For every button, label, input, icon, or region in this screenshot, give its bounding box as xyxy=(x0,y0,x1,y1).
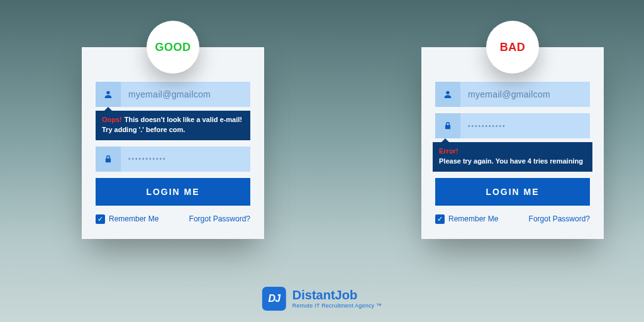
password-field[interactable]: ••••••••••• xyxy=(96,147,250,172)
password-value: ••••••••••• xyxy=(121,147,250,172)
login-button[interactable]: LOGIN ME xyxy=(96,178,250,206)
brand: DJ DistantJob Remote IT Recruitment Agen… xyxy=(262,287,382,311)
validation-message: Oops!This doesn't look like a valid e-ma… xyxy=(96,111,250,140)
forgot-password-link[interactable]: Forgot Password? xyxy=(529,214,590,223)
svg-point-2 xyxy=(446,91,449,94)
lock-icon xyxy=(435,113,460,138)
user-icon xyxy=(435,82,460,107)
email-value: myemail@gmailcom xyxy=(460,82,590,107)
lock-icon xyxy=(96,147,121,172)
badge-good: GOOD xyxy=(147,21,199,74)
error-text-2: Try adding '.' before com. xyxy=(102,126,185,133)
login-card-bad: BAD myemail@gmailcom ••••••••••• Error! … xyxy=(421,47,604,239)
brand-text: DistantJob Remote IT Recruitment Agency … xyxy=(292,289,382,309)
email-value: myemail@gmailcom xyxy=(121,82,250,107)
password-field[interactable]: ••••••••••• xyxy=(435,113,590,138)
login-button[interactable]: LOGIN ME xyxy=(435,178,590,206)
svg-rect-3 xyxy=(445,125,450,129)
login-footer: ✓ Remember Me Forgot Password? xyxy=(96,214,250,224)
user-icon xyxy=(96,82,121,107)
error-prefix: Error! xyxy=(439,147,458,155)
password-value: ••••••••••• xyxy=(460,113,590,138)
email-field[interactable]: myemail@gmailcom xyxy=(435,82,590,107)
brand-tagline: Remote IT Recruitment Agency ™ xyxy=(292,303,382,309)
forgot-password-link[interactable]: Forgot Password? xyxy=(189,214,250,223)
brand-name: DistantJob xyxy=(292,289,382,301)
remember-me-label: Remember Me xyxy=(109,214,158,223)
badge-bad: BAD xyxy=(486,21,539,74)
login-footer: ✓ Remember Me Forgot Password? xyxy=(435,214,590,224)
error-text-1: This doesn't look like a valid e-mail! xyxy=(125,116,242,123)
svg-rect-1 xyxy=(106,158,111,162)
check-icon: ✓ xyxy=(96,214,105,224)
validation-message: Error! Please try again. You have 4 trie… xyxy=(433,142,592,172)
remember-me-checkbox[interactable]: ✓ Remember Me xyxy=(96,214,158,224)
remember-me-checkbox[interactable]: ✓ Remember Me xyxy=(435,214,498,224)
login-card-good: GOOD myemail@gmailcom Oops!This doesn't … xyxy=(82,47,264,239)
brand-logo: DJ xyxy=(262,287,286,311)
email-field[interactable]: myemail@gmailcom xyxy=(96,82,250,107)
remember-me-label: Remember Me xyxy=(448,214,498,223)
check-icon: ✓ xyxy=(435,214,445,224)
error-prefix: Oops! xyxy=(102,116,122,123)
svg-point-0 xyxy=(106,91,109,94)
error-text: Please try again. You have 4 tries remai… xyxy=(439,157,583,165)
